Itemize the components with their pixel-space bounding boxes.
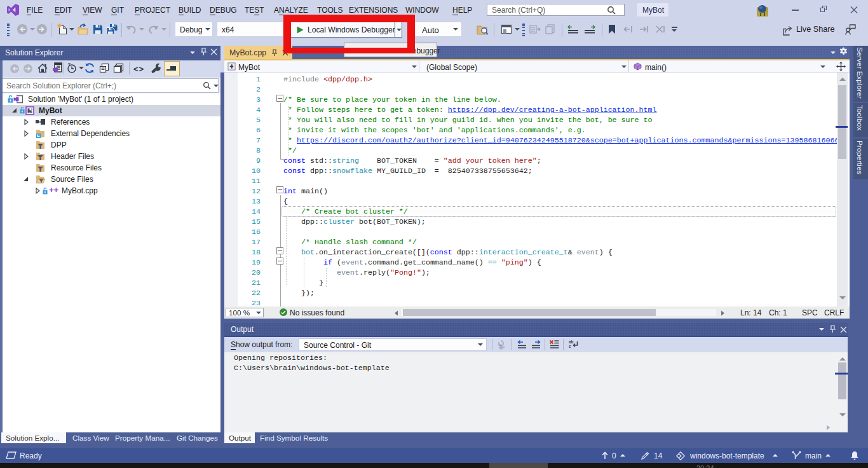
svg-text:c: c: [569, 344, 571, 348]
svg-text:ab: ab: [569, 340, 574, 344]
